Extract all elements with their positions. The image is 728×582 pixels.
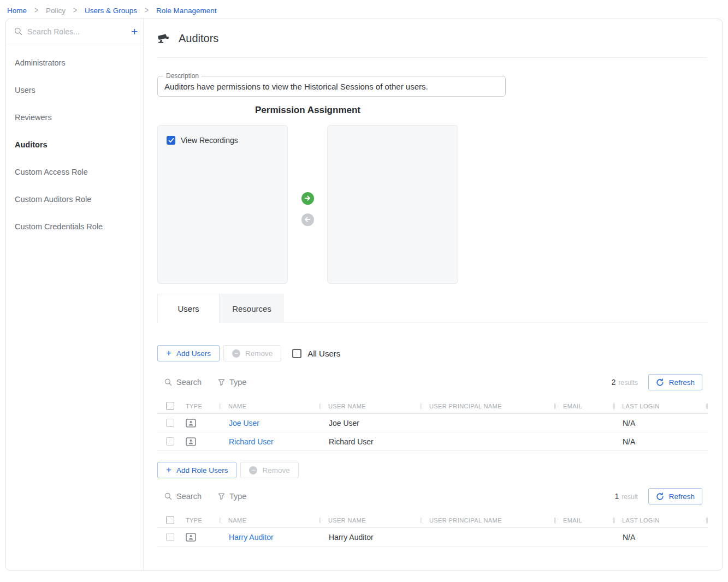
column-user-principal-name[interactable]: USER PRINCIPAL NAME <box>421 403 554 409</box>
sidebar-item-custom-access-role[interactable]: Custom Access Role <box>6 158 143 186</box>
breadcrumb-users-groups[interactable]: Users & Groups <box>85 7 137 15</box>
column-resize-handle[interactable] <box>613 403 615 409</box>
column-resize-handle[interactable] <box>554 518 556 523</box>
search-icon <box>164 378 172 386</box>
breadcrumb-home[interactable]: Home <box>7 7 27 15</box>
breadcrumb-separator: > <box>73 5 77 15</box>
table-row[interactable]: Richard User Richard User N/A <box>157 432 708 451</box>
breadcrumb-separator: > <box>145 5 149 15</box>
column-email[interactable]: EMAIL <box>554 517 613 524</box>
column-last-login[interactable]: LAST LOGIN <box>613 517 708 524</box>
users-type-filter[interactable]: Type <box>218 378 246 387</box>
description-field[interactable]: Description Auditors have permissions to… <box>157 76 506 97</box>
all-users-checkbox[interactable]: All Users <box>292 349 340 358</box>
column-resize-handle[interactable] <box>706 403 708 409</box>
add-users-button[interactable]: + Add Users <box>157 345 220 361</box>
search-roles-input[interactable] <box>27 27 126 36</box>
column-user-name[interactable]: USER NAME <box>319 517 421 524</box>
column-user-principal-name[interactable]: USER PRINCIPAL NAME <box>421 517 554 524</box>
breadcrumb-policy: Policy <box>46 7 66 15</box>
permission-view-recordings[interactable]: View Recordings <box>167 136 287 145</box>
cctv-camera-icon <box>157 32 171 45</box>
assigned-permissions-box <box>327 125 458 284</box>
select-all-checkbox[interactable] <box>166 402 174 410</box>
column-resize-handle[interactable] <box>706 518 708 523</box>
description-label: Description <box>163 72 202 80</box>
plus-icon: + <box>166 348 171 358</box>
role-users-result-count: 1 result <box>615 492 638 501</box>
transfer-controls <box>288 125 327 284</box>
roles-search-bar: + <box>6 19 143 44</box>
table-row[interactable]: Harry Auditor Harry Auditor N/A <box>157 528 708 547</box>
add-role-users-button[interactable]: + Add Role Users <box>157 462 236 478</box>
tab-users[interactable]: Users <box>157 294 220 323</box>
user-name-link[interactable]: Joe User <box>229 419 259 427</box>
search-icon <box>14 27 22 35</box>
refresh-icon <box>656 378 664 387</box>
column-resize-handle[interactable] <box>554 403 556 409</box>
checkbox-unchecked-icon[interactable] <box>292 349 301 358</box>
column-type: TYPE <box>186 517 220 524</box>
sidebar-item-reviewers[interactable]: Reviewers <box>6 104 143 131</box>
sidebar-item-custom-credentials-role[interactable]: Custom Credentials Role <box>6 213 143 240</box>
user-name-link[interactable]: Richard User <box>229 437 274 446</box>
column-user-name[interactable]: USER NAME <box>319 403 421 409</box>
add-role-button[interactable]: + <box>131 26 138 37</box>
tab-resources[interactable]: Resources <box>220 294 284 323</box>
plus-icon: + <box>166 465 171 474</box>
permission-label: View Recordings <box>181 136 238 145</box>
checkbox-checked-icon[interactable] <box>167 136 175 145</box>
search-icon <box>164 492 172 500</box>
breadcrumb-role-management[interactable]: Role Management <box>156 7 216 15</box>
role-users-filter-row: Search Type 1 result Refresh <box>157 488 708 504</box>
last-login-cell: N/A <box>613 533 708 542</box>
filter-funnel-icon <box>218 379 225 386</box>
role-users-table: TYPE NAME USER NAME USER PRINCIPAL NAME … <box>157 513 708 547</box>
role-users-search-filter[interactable]: Search <box>164 492 202 501</box>
filter-funnel-icon <box>218 493 225 500</box>
user-name-link[interactable]: Harry Auditor <box>229 533 274 542</box>
column-name[interactable]: NAME <box>220 517 319 524</box>
users-result-count: 2 results <box>612 378 638 387</box>
select-all-checkbox[interactable] <box>166 516 174 524</box>
breadcrumb-separator: > <box>34 5 38 15</box>
role-detail-panel: Auditors Description Auditors have permi… <box>144 19 722 570</box>
users-refresh-button[interactable]: Refresh <box>648 374 702 390</box>
table-row[interactable]: Joe User Joe User N/A <box>157 414 708 432</box>
role-users-type-filter[interactable]: Type <box>218 492 246 501</box>
remove-role-users-button[interactable]: − Remove <box>240 462 298 478</box>
permission-dual-list: View Recordings <box>157 125 708 284</box>
column-resize-handle[interactable] <box>319 518 321 523</box>
column-type: TYPE <box>186 403 220 409</box>
sidebar-item-custom-auditors-role[interactable]: Custom Auditors Role <box>6 186 143 213</box>
row-checkbox[interactable] <box>166 533 174 541</box>
user-name-cell: Richard User <box>319 437 421 446</box>
sidebar-item-users[interactable]: Users <box>6 76 143 104</box>
role-management-card: + Administrators Users Reviewers Auditor… <box>5 19 723 571</box>
column-name[interactable]: NAME <box>220 403 319 409</box>
column-resize-handle[interactable] <box>220 403 221 409</box>
sidebar-item-auditors[interactable]: Auditors <box>6 131 143 158</box>
row-checkbox[interactable] <box>166 437 174 446</box>
column-last-login[interactable]: LAST LOGIN <box>613 403 708 409</box>
user-card-icon <box>186 419 196 427</box>
move-right-button[interactable] <box>301 192 314 205</box>
breadcrumb: Home > Policy > Users & Groups > Role Ma… <box>0 0 728 16</box>
sidebar-item-administrators[interactable]: Administrators <box>6 49 143 76</box>
role-users-actions: + Add Role Users − Remove <box>157 462 708 478</box>
user-name-cell: Joe User <box>319 419 421 427</box>
column-resize-handle[interactable] <box>319 403 321 409</box>
column-resize-handle[interactable] <box>421 403 422 409</box>
move-left-button[interactable] <box>301 213 314 226</box>
column-resize-handle[interactable] <box>421 518 422 523</box>
role-header: Auditors <box>157 19 707 58</box>
minus-circle-icon: − <box>232 349 240 358</box>
row-checkbox[interactable] <box>166 419 174 427</box>
column-resize-handle[interactable] <box>220 518 221 523</box>
tab-strip: Users Resources <box>157 294 708 323</box>
column-email[interactable]: EMAIL <box>554 403 613 409</box>
remove-users-button[interactable]: − Remove <box>223 345 281 361</box>
users-search-filter[interactable]: Search <box>164 378 202 387</box>
column-resize-handle[interactable] <box>613 518 615 523</box>
role-users-refresh-button[interactable]: Refresh <box>648 488 702 504</box>
